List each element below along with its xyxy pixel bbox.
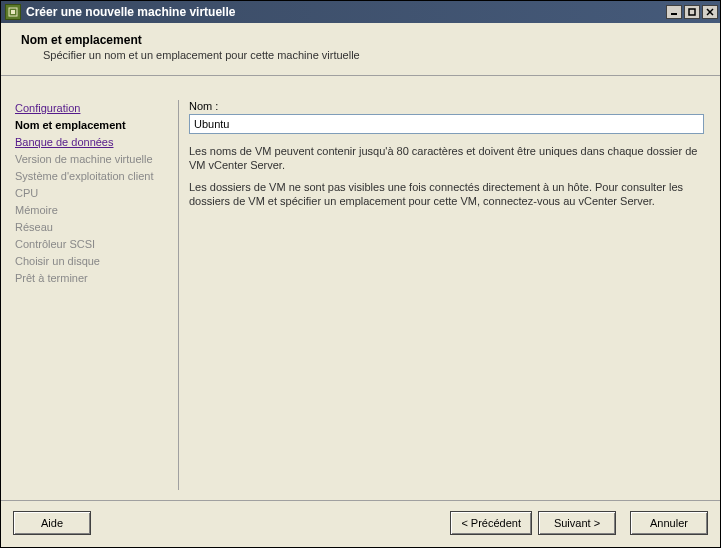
step-scsi: Contrôleur SCSI [15, 236, 172, 253]
step-disk: Choisir un disque [15, 253, 172, 270]
wizard-header: Nom et emplacement Spécifier un nom et u… [1, 23, 720, 76]
description-line-1: Les noms de VM peuvent contenir jusqu'à … [189, 144, 704, 172]
vm-name-input[interactable] [189, 114, 704, 134]
step-ready: Prêt à terminer [15, 270, 172, 287]
step-datastore[interactable]: Banque de données [15, 134, 172, 151]
app-icon [5, 4, 21, 20]
step-name-location: Nom et emplacement [15, 117, 172, 134]
step-configuration[interactable]: Configuration [15, 100, 172, 117]
name-field-label: Nom : [189, 100, 704, 112]
page-title: Nom et emplacement [21, 33, 706, 47]
step-guest-os: Système d'exploitation client [15, 168, 172, 185]
wizard-body: Configuration Nom et emplacement Banque … [1, 76, 720, 500]
window-title: Créer une nouvelle machine virtuelle [26, 5, 666, 19]
step-vm-version: Version de machine virtuelle [15, 151, 172, 168]
wizard-window: Créer une nouvelle machine virtuelle Nom… [0, 0, 721, 548]
next-button[interactable]: Suivant > [538, 511, 616, 535]
cancel-button[interactable]: Annuler [630, 511, 708, 535]
svg-rect-1 [11, 10, 15, 14]
close-button[interactable] [702, 5, 718, 19]
step-network: Réseau [15, 219, 172, 236]
wizard-content: Nom : Les noms de VM peuvent contenir ju… [185, 100, 710, 490]
maximize-button[interactable] [684, 5, 700, 19]
step-cpu: CPU [15, 185, 172, 202]
page-subtitle: Spécifier un nom et un emplacement pour … [43, 49, 706, 61]
help-button[interactable]: Aide [13, 511, 91, 535]
minimize-button[interactable] [666, 5, 682, 19]
wizard-footer: Aide < Précédent Suivant > Annuler [1, 500, 720, 547]
description-line-2: Les dossiers de VM ne sont pas visibles … [189, 180, 704, 208]
back-button[interactable]: < Précédent [450, 511, 532, 535]
wizard-steps-sidebar: Configuration Nom et emplacement Banque … [11, 100, 176, 490]
titlebar: Créer une nouvelle machine virtuelle [1, 1, 720, 23]
step-memory: Mémoire [15, 202, 172, 219]
window-controls [666, 5, 718, 19]
description-text: Les noms de VM peuvent contenir jusqu'à … [189, 144, 704, 208]
vertical-divider [178, 100, 179, 490]
svg-rect-3 [689, 9, 695, 15]
